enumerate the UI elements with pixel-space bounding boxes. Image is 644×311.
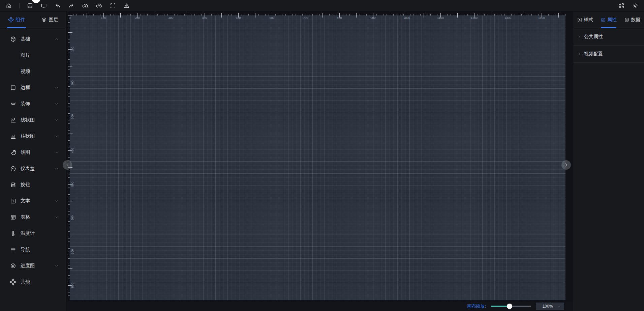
home-button[interactable] <box>5 2 13 10</box>
tab-data[interactable]: 数据 <box>620 11 644 28</box>
canvas-zoom-slider[interactable] <box>491 304 531 309</box>
chevron-down-icon <box>55 150 59 154</box>
chevron-down-icon <box>55 264 59 268</box>
sidebar-item-navigation[interactable]: 导航 <box>0 242 66 258</box>
section-common-attributes[interactable]: 公共属性 <box>573 28 644 46</box>
slider-thumb[interactable] <box>507 304 512 309</box>
cloud-download-button[interactable] <box>81 2 89 10</box>
shapes-button[interactable] <box>617 2 625 10</box>
line-chart-icon <box>10 117 17 123</box>
save-button[interactable] <box>26 2 34 10</box>
table-icon <box>10 214 17 221</box>
text-icon <box>10 198 17 204</box>
chevron-down-icon <box>55 102 59 106</box>
sidebar-item-image[interactable]: 图片 <box>0 47 66 63</box>
chevron-down-icon <box>55 118 59 122</box>
theme-sun-button[interactable] <box>631 2 639 10</box>
top-toolbar <box>0 0 644 11</box>
gauge-icon <box>10 165 17 172</box>
chevron-right-icon <box>577 35 581 39</box>
redo-button[interactable] <box>67 2 75 10</box>
nav-icon <box>10 246 17 253</box>
panel-collapse-right-button[interactable] <box>561 160 571 170</box>
toolbar-right-group <box>617 2 639 10</box>
tab-attributes[interactable]: 属性 <box>597 11 620 28</box>
sidebar-item-text[interactable]: 文本 <box>0 193 66 209</box>
sidebar-item-video[interactable]: 视频 <box>0 63 66 80</box>
cloud-upload-button[interactable] <box>95 2 103 10</box>
style-icon <box>577 17 582 23</box>
toolbar-left-group <box>5 2 131 10</box>
panel-collapse-left-button[interactable] <box>63 160 72 170</box>
chevron-left-icon <box>65 163 70 167</box>
pie-chart-icon <box>10 149 17 156</box>
zoom-percent-select[interactable]: 100% <box>536 303 564 310</box>
fullscreen-button[interactable] <box>109 2 117 10</box>
component-category-list: 基础 图片 视频 边框 装饰 线状图 <box>0 28 66 290</box>
components-sidebar: 组件 图层 基础 图片 视频 边框 <box>0 11 66 311</box>
border-icon <box>10 84 17 91</box>
chevron-down-icon <box>55 134 59 138</box>
tab-components[interactable]: 组件 <box>0 11 33 28</box>
canvas-bottom-bar: 画布缩放: 100% <box>66 302 573 311</box>
properties-panel-tabs: 样式 属性 数据 <box>573 11 644 28</box>
section-video-config[interactable]: 视频配置 <box>573 46 644 63</box>
preview-monitor-button[interactable] <box>40 2 48 10</box>
undo-button[interactable] <box>54 2 62 10</box>
sidebar-item-line-chart[interactable]: 线状图 <box>0 112 66 128</box>
attribute-icon <box>601 17 606 23</box>
sidebar-item-other[interactable]: 其他 <box>0 274 66 290</box>
chevron-right-icon <box>564 163 569 167</box>
properties-panel: 样式 属性 数据 公共属性 视频配置 <box>573 11 644 311</box>
chevron-down-icon <box>55 86 59 90</box>
sidebar-tabs: 组件 图层 <box>0 11 66 28</box>
canvas-area: 0100200300400500600700800900100011001200… <box>66 11 573 311</box>
decoration-icon <box>10 101 17 107</box>
sidebar-item-progress[interactable]: 进度图 <box>0 258 66 274</box>
sidebar-item-border[interactable]: 边框 <box>0 80 66 96</box>
button-icon <box>10 181 17 188</box>
sidebar-item-basic[interactable]: 基础 <box>0 31 66 47</box>
tab-layers[interactable]: 图层 <box>33 11 66 28</box>
thermometer-icon <box>10 230 17 237</box>
sidebar-item-decoration[interactable]: 装饰 <box>0 96 66 112</box>
cube-icon <box>10 36 17 43</box>
chevron-up-icon <box>55 37 59 41</box>
data-icon <box>624 17 630 23</box>
sidebar-item-bar-chart[interactable]: 柱状图 <box>0 128 66 144</box>
toolbar-divider <box>19 3 20 8</box>
tab-layers-label: 图层 <box>49 17 58 23</box>
canvas-zoom-label: 画布缩放: <box>467 303 486 309</box>
bar-chart-icon <box>10 133 17 140</box>
sidebar-item-pie-chart[interactable]: 饼图 <box>0 144 66 161</box>
chevron-down-icon <box>557 305 561 308</box>
sidebar-item-gauge[interactable]: 仪表盘 <box>0 161 66 177</box>
sidebar-item-table[interactable]: 表格 <box>0 209 66 225</box>
warning-button[interactable] <box>123 2 131 10</box>
chevron-down-icon <box>55 199 59 203</box>
active-tab-underline <box>601 27 616 28</box>
chevron-right-icon <box>577 52 581 56</box>
zoom-percent-value: 100% <box>543 304 553 309</box>
other-icon <box>10 279 17 285</box>
sidebar-item-button[interactable]: 按钮 <box>0 177 66 193</box>
design-canvas-grid[interactable] <box>70 16 565 300</box>
tab-components-label: 组件 <box>16 17 25 23</box>
progress-icon <box>10 262 17 269</box>
active-tab-underline <box>7 27 26 28</box>
sidebar-item-thermometer[interactable]: 温度计 <box>0 225 66 242</box>
chevron-down-icon <box>55 215 59 219</box>
tab-style[interactable]: 样式 <box>573 11 597 28</box>
ruler-horizontal: 0100200300400500600700800900100011001200… <box>70 11 565 16</box>
chevron-down-icon <box>55 167 59 171</box>
